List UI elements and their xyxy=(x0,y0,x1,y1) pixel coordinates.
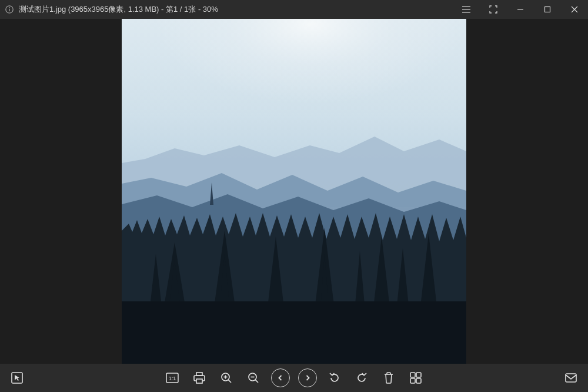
close-button[interactable] xyxy=(561,0,588,19)
rotate-cw-button[interactable] xyxy=(352,368,372,388)
select-tool-button[interactable] xyxy=(7,368,27,388)
svg-text:1:1: 1:1 xyxy=(169,376,176,381)
svg-point-1 xyxy=(9,7,10,8)
gallery-button[interactable] xyxy=(406,368,426,388)
minimize-button[interactable] xyxy=(507,0,534,19)
svg-rect-7 xyxy=(545,7,550,12)
delete-button[interactable] xyxy=(379,368,399,388)
svg-rect-17 xyxy=(196,379,202,383)
print-button[interactable] xyxy=(189,368,209,388)
titlebar: 测试图片1.jpg (3965x3965像素, 1.13 MB) - 第1 / … xyxy=(0,0,588,19)
svg-rect-29 xyxy=(416,378,421,383)
actual-size-button[interactable]: 1:1 xyxy=(162,368,182,388)
previous-button[interactable] xyxy=(270,368,290,388)
next-button[interactable] xyxy=(298,368,318,388)
share-button[interactable] xyxy=(561,368,581,388)
svg-rect-26 xyxy=(410,373,415,377)
info-icon xyxy=(5,5,14,14)
svg-line-19 xyxy=(228,380,231,383)
fullscreen-button[interactable] xyxy=(480,0,507,19)
window-title: 测试图片1.jpg (3965x3965像素, 1.13 MB) - 第1 / … xyxy=(19,4,218,15)
rotate-ccw-button[interactable] xyxy=(325,368,345,388)
window-controls xyxy=(453,0,588,19)
image-viewport[interactable] xyxy=(0,19,588,364)
menu-button[interactable] xyxy=(453,0,480,19)
zoom-in-button[interactable] xyxy=(216,368,236,388)
bottom-toolbar: 1:1 xyxy=(0,364,588,392)
svg-rect-30 xyxy=(566,374,576,382)
zoom-out-button[interactable] xyxy=(243,368,263,388)
svg-rect-12 xyxy=(122,301,466,364)
svg-rect-2 xyxy=(9,9,9,11)
displayed-image xyxy=(122,19,466,364)
maximize-button[interactable] xyxy=(534,0,561,19)
svg-line-23 xyxy=(255,380,258,383)
svg-rect-27 xyxy=(416,373,421,377)
svg-rect-28 xyxy=(410,378,415,383)
